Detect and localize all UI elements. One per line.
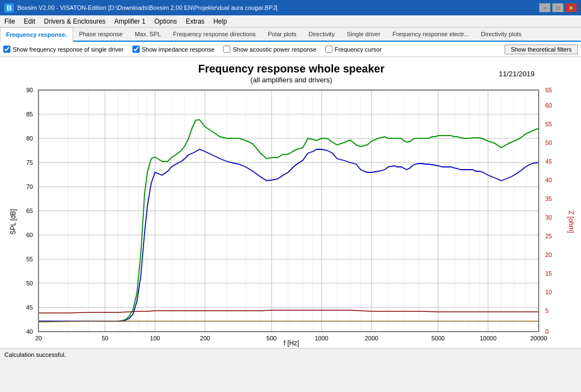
btn-theoretical-filters[interactable]: Show theoretical filters — [505, 44, 578, 54]
cb-cursor-text: Frequency cursor — [335, 46, 382, 53]
y-tick-55: 55 — [26, 256, 33, 262]
z-tick-10: 10 — [545, 289, 552, 295]
y-axis-left-label: SPL [dB] — [9, 209, 17, 235]
x-tick-1000: 1000 — [315, 335, 328, 341]
cb-impedance-text: Show impedance response — [142, 46, 215, 53]
x-tick-20000: 20000 — [530, 335, 547, 341]
y-tick-40: 40 — [26, 328, 33, 335]
y-tick-75: 75 — [26, 159, 33, 166]
status-text: Calculation successful. — [4, 351, 66, 358]
tab-polar-plots[interactable]: Polar plots — [262, 27, 302, 41]
cb-freq-single-text: Show frequency response of single driver — [13, 46, 124, 53]
y-axis-right-label: Z [ohm] — [567, 211, 575, 233]
z-tick-15: 15 — [545, 270, 552, 277]
tab-freq-electr[interactable]: Frequency response electr... — [386, 27, 475, 41]
chart-title: Frequency response whole speaker — [198, 63, 384, 75]
y-tick-50: 50 — [26, 280, 33, 287]
tab-frequency-response[interactable]: Frequency response. — [0, 27, 73, 42]
status-bar: Calculation successful. — [0, 348, 581, 360]
z-tick-60: 60 — [545, 102, 552, 109]
tab-directivity-plots[interactable]: Directivity plots — [475, 27, 528, 41]
z-tick-45: 45 — [545, 158, 552, 165]
cb-impedance[interactable] — [132, 46, 140, 53]
tab-freq-directions[interactable]: Frequency response directions — [167, 27, 262, 41]
x-tick-2000: 2000 — [365, 335, 378, 341]
y-tick-80: 80 — [26, 135, 33, 142]
x-tick-100: 100 — [150, 335, 160, 341]
checkbox-row: Show frequency response of single driver… — [0, 42, 581, 57]
z-tick-50: 50 — [545, 139, 552, 146]
y-tick-65: 65 — [26, 208, 33, 214]
z-tick-5: 5 — [545, 307, 549, 314]
x-tick-500: 500 — [267, 335, 276, 341]
menu-options[interactable]: Options — [150, 16, 181, 26]
tab-bar: Frequency response. Phase response Max. … — [0, 27, 581, 42]
cb-acoustic[interactable] — [223, 46, 230, 53]
z-tick-25: 25 — [545, 233, 552, 239]
x-tick-50: 50 — [102, 335, 108, 341]
z-tick-35: 35 — [545, 195, 552, 202]
title-bar: B Boxsim V2.00 - VISATON-Edition [D:\Dow… — [0, 0, 581, 15]
cb-freq-single-label[interactable]: Show frequency response of single driver — [3, 46, 124, 53]
y-tick-85: 85 — [26, 111, 33, 117]
z-tick-30: 30 — [545, 214, 552, 221]
tab-directivity[interactable]: Directivity — [302, 27, 341, 41]
z-tick-20: 20 — [545, 251, 552, 258]
z-tick-40: 40 — [545, 177, 552, 183]
menu-extras[interactable]: Extras — [181, 16, 209, 26]
cb-acoustic-text: Show acoustic power response — [233, 46, 316, 53]
menu-help[interactable]: Help — [209, 16, 231, 26]
x-tick-10000: 10000 — [480, 335, 497, 341]
menu-edit[interactable]: Edit — [19, 16, 40, 26]
z-tick-0: 0 — [545, 328, 549, 335]
maximize-button[interactable]: □ — [552, 3, 563, 12]
x-tick-5000: 5000 — [431, 335, 445, 341]
menu-file[interactable]: File — [0, 16, 19, 26]
tab-max-spl[interactable]: Max. SPL — [129, 27, 167, 41]
cb-impedance-label[interactable]: Show impedance response — [132, 46, 215, 53]
x-tick-200: 200 — [200, 335, 210, 341]
y-tick-70: 70 — [26, 183, 33, 190]
cb-acoustic-label[interactable]: Show acoustic power response — [223, 46, 316, 53]
tab-phase-response[interactable]: Phase response — [73, 27, 129, 41]
menu-bar: File Edit Drivers & Enclosures Amplifier… — [0, 15, 581, 27]
y-tick-60: 60 — [26, 232, 33, 238]
x-tick-20: 20 — [35, 335, 42, 341]
titlebar-controls: ─ □ ✕ — [539, 3, 577, 12]
menu-amplifier[interactable]: Amplifier 1 — [110, 16, 150, 26]
tab-single-driver[interactable]: Single driver — [341, 27, 386, 41]
y-tick-90: 90 — [26, 87, 33, 93]
cb-cursor[interactable] — [325, 46, 333, 53]
chart-date: 11/21/2019 — [499, 70, 534, 78]
titlebar-left: B Boxsim V2.00 - VISATON-Edition [D:\Dow… — [4, 3, 278, 13]
cb-cursor-label[interactable]: Frequency cursor — [325, 46, 382, 53]
chart-area: Frequency response whole speaker (all am… — [0, 57, 581, 348]
cb-freq-single[interactable] — [3, 46, 10, 53]
menu-drivers[interactable]: Drivers & Enclosures — [40, 16, 110, 26]
x-axis-label: f [Hz] — [284, 339, 299, 347]
chart-subtitle: (all amplifiers and drivers) — [251, 76, 333, 84]
close-button[interactable]: ✕ — [566, 3, 577, 12]
frequency-chart: Frequency response whole speaker (all am… — [0, 57, 581, 348]
minimize-button[interactable]: ─ — [539, 3, 550, 12]
app-icon: B — [4, 3, 14, 13]
z-tick-65: 65 — [545, 87, 552, 93]
window-title: Boxsim V2.00 - VISATON-Edition [D:\Downl… — [17, 4, 277, 11]
y-tick-45: 45 — [26, 304, 33, 311]
z-tick-55: 55 — [545, 121, 552, 127]
